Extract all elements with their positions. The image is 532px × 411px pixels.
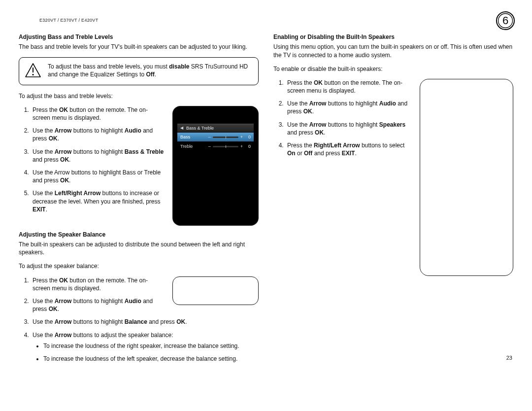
step: Use the Arrow buttons to highlight Audio…	[285, 100, 415, 115]
step: Use the Arrow buttons to highlight Audio…	[31, 127, 165, 142]
step: Press the Right/Left Arrow buttons to se…	[285, 141, 415, 157]
step: Use the Arrow buttons to highlight Bass …	[31, 148, 165, 164]
steps-speakers: Press the OK button on the remote. The o…	[273, 79, 415, 158]
page-number: 23	[506, 354, 512, 362]
intro-balance: The built-in speakers can be adjusted to…	[19, 240, 259, 256]
step: Use the Arrow buttons to highlight Speak…	[285, 121, 415, 137]
step: Use the Left/Right Arrow buttons to incr…	[31, 189, 165, 213]
note-box: To adjust the bass and treble levels, yo…	[19, 57, 259, 85]
svg-point-4	[32, 73, 33, 75]
warning-icon	[25, 63, 41, 80]
device-menu-row: Bass –+0	[177, 133, 254, 142]
bullet: To increase the loudness of the right sp…	[43, 342, 259, 350]
model-header: E320VT / E370VT / E420VT	[19, 17, 513, 23]
chapter-number-text: 6	[502, 14, 508, 27]
section-title-bass-treble: Adjusting Bass and Treble Levels	[19, 33, 259, 41]
chapter-number-icon: 6	[496, 11, 515, 31]
left-column: Adjusting Bass and Treble Levels The bas…	[19, 33, 259, 370]
figure-bass-treble-device: ◀ Bass & Treble Bass –+0 Treble –+0	[172, 106, 259, 226]
figure-speakers-placeholder	[420, 79, 513, 276]
note-text: To adjust the bass and treble levels, yo…	[48, 63, 252, 78]
back-arrow-icon: ◀	[180, 126, 183, 131]
right-column: Enabling or Disabling the Built-In Speak…	[273, 33, 513, 370]
bullet: To increase the loudness of the left spe…	[43, 355, 259, 363]
step: Press the OK button on the remote. The o…	[285, 79, 415, 95]
device-menu-row: Treble –+0	[177, 142, 254, 151]
step: Use the Arrow buttons to highlight Balan…	[31, 318, 259, 326]
lead-speakers: To enable or disable the built-in speake…	[273, 65, 513, 73]
steps-bass-treble: Press the OK button on the remote. The o…	[19, 106, 165, 213]
lead-bass-treble: To adjust the bass and treble levels:	[19, 92, 259, 100]
step: Use the Arrow buttons to adjust the spea…	[31, 331, 259, 363]
intro-speakers: Using this menu option, you can turn the…	[273, 43, 513, 59]
step: Use the Arrow buttons to highlight Bass …	[31, 169, 165, 184]
section-title-balance: Adjusting the Speaker Balance	[19, 231, 259, 239]
device-menu-title: ◀ Bass & Treble	[177, 124, 254, 133]
intro-bass-treble: The bass and treble levels for your TV's…	[19, 43, 259, 51]
section-title-speakers: Enabling or Disabling the Built-In Speak…	[273, 33, 513, 41]
figure-balance-placeholder	[172, 276, 259, 305]
step: Press the OK button on the remote. The o…	[31, 106, 165, 122]
lead-balance: To adjust the speaker balance:	[19, 262, 259, 270]
